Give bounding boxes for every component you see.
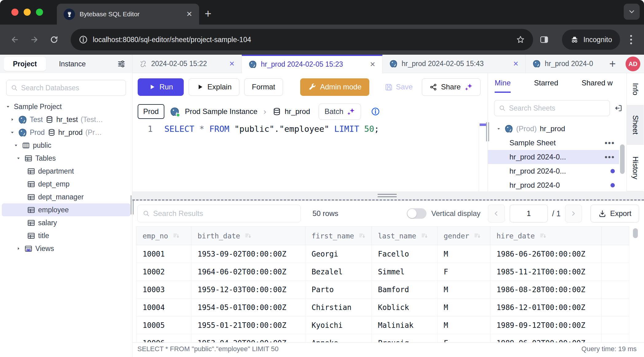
table-row[interactable]: 100061953-04-20T00:00:00ZAnnekePreusigF1… [136,334,629,343]
run-button[interactable]: Run [138,78,184,96]
col-gender[interactable]: gender [438,227,490,245]
next-page-button[interactable] [565,205,582,222]
tree-item-salary[interactable]: salary [0,216,132,229]
new-sheet-tab-button[interactable]: + [603,57,622,70]
tab-history[interactable]: History [627,145,644,191]
sheet-tab-2-active[interactable]: hr_prod 2024-02-05 15:23 ✕ [242,55,383,73]
sheet-tab-1[interactable]: 2024-02-05 15:22 ✕ [132,55,242,73]
sheet-search-input[interactable] [509,104,605,112]
minimize-window-button[interactable] [24,9,31,16]
tree-item-employee[interactable]: employee [2,203,130,216]
col-first-name[interactable]: first_name [305,227,372,245]
share-button[interactable]: Share [422,78,481,96]
database-search[interactable] [6,80,126,96]
sort-icon[interactable] [473,232,481,240]
side-panel-button[interactable] [536,31,553,48]
sort-icon[interactable] [172,232,180,240]
tab-search-button[interactable] [624,4,640,20]
browser-menu-button[interactable] [624,35,638,44]
tab-mine[interactable]: Mine [495,79,511,93]
sheet-item-sample[interactable]: Sample Sheet ••• [488,136,619,150]
table-row[interactable]: 100011953-09-02T00:00:00ZGeorgiFacelloM1… [136,245,629,263]
tab-starred[interactable]: Starred [534,79,558,92]
instance-name[interactable]: Prod Sample Instance [185,107,257,116]
tab-sheet[interactable]: Sheet [627,105,644,145]
tree-item-project[interactable]: Sample Project [0,100,132,113]
address-bar[interactable]: localhost:8080/sql-editor/sheet/project-… [71,29,533,50]
close-tab-icon[interactable]: ✕ [513,60,519,68]
browser-tab[interactable]: Bytebase SQL Editor ✕ [57,4,199,25]
tab-instance[interactable]: Instance [59,60,86,68]
export-button[interactable]: Export [591,205,639,222]
tree-item-title[interactable]: title [0,229,132,242]
user-avatar[interactable]: AD [626,57,640,71]
sheet-item-clipped[interactable]: hr_prod 2024-0... [488,119,619,122]
forward-button[interactable] [26,31,43,48]
table-row[interactable]: 100041954-05-01T00:00:00ZChirstianKoblic… [136,299,629,316]
col-hire-date[interactable]: hire_date [490,227,602,245]
tree-item-department[interactable]: department [0,165,132,178]
database-name[interactable]: hr_prod [285,107,310,116]
admin-mode-button[interactable]: Admin mode [300,78,369,96]
vertical-display-toggle[interactable] [407,208,426,219]
results-search[interactable] [137,205,301,222]
tree-item-tables[interactable]: Tables [0,152,132,165]
sql-editor[interactable]: 1 SELECT * FROM "public"."employee" LIMI… [132,122,488,191]
sort-icon[interactable] [244,232,252,240]
sql-code-line[interactable]: SELECT * FROM "public"."employee" LIMIT … [164,124,379,134]
sheet-item-selected[interactable]: hr_prod 2024-0... ••• [488,150,619,164]
database-search-input[interactable] [21,84,121,92]
tab-info[interactable]: Info [627,73,644,105]
page-input[interactable]: 1 [510,205,548,222]
sheet-item-unsaved[interactable]: hr_prod 2024-0... [488,164,619,178]
table-row[interactable]: 100031959-12-03T00:00:00ZPartoBamfordM19… [136,281,629,299]
sheet-tab-4[interactable]: hr_prod 2024-0 [526,55,603,73]
close-tab-icon[interactable]: ✕ [370,61,375,69]
table-row[interactable]: 100021964-06-02T00:00:00ZBezalelSimmelF1… [136,263,629,281]
explain-button[interactable]: Explain [189,78,239,96]
new-tab-button[interactable]: + [205,7,211,20]
results-splitter[interactable] [132,191,644,201]
sort-icon[interactable] [358,232,366,240]
back-button[interactable] [6,31,23,48]
sheet-tab-3[interactable]: hr_prod 2024-02-05 15:43 ✕ [383,55,526,73]
maximize-window-button[interactable] [36,9,43,16]
col-emp-no[interactable]: emp_no [136,227,191,245]
tree-item-public[interactable]: public [0,139,132,152]
info-icon[interactable] [371,107,380,116]
format-button[interactable]: Format [244,78,283,96]
sheet-more-icon[interactable]: ••• [605,138,615,148]
close-tab-icon[interactable]: ✕ [184,10,192,18]
environment-badge[interactable]: Prod [138,104,164,119]
table-row[interactable]: 100051955-01-21T00:00:00ZKyoichiMaliniak… [136,316,629,334]
save-button[interactable]: Save [385,83,413,91]
results-scrollbar[interactable] [633,228,638,238]
batch-button[interactable]: Batch [319,104,361,120]
tree-item-hr-test[interactable]: Test hr_test (Test… [0,113,132,126]
results-search-input[interactable] [153,209,296,218]
close-tab-icon[interactable]: ✕ [229,60,235,68]
close-window-button[interactable] [11,9,18,16]
tab-project[interactable]: Project [4,57,46,71]
tree-item-hr-prod[interactable]: Prod hr_prod (Pr… [0,126,132,139]
site-info-icon[interactable] [79,35,88,44]
panel-resize-handle[interactable] [486,122,489,141]
sheet-search[interactable] [494,100,610,116]
filter-sliders-icon[interactable] [117,59,126,69]
sort-icon[interactable] [539,232,547,240]
prev-page-button[interactable] [488,205,505,222]
tree-item-views[interactable]: Views [0,242,132,255]
url-text[interactable]: localhost:8080/sql-editor/sheet/project-… [93,36,511,44]
tree-item-dept-emp[interactable]: dept_emp [0,178,132,190]
sheet-list-scrollbar[interactable] [620,144,625,174]
sort-icon[interactable] [421,232,429,240]
col-birth-date[interactable]: birth_date [191,227,305,245]
col-last-name[interactable]: last_name [372,227,438,245]
tree-item-dept-manager[interactable]: dept_manager [0,190,132,203]
import-sheet-icon[interactable] [614,104,623,112]
reload-button[interactable] [45,31,63,48]
tab-shared[interactable]: Shared w [582,79,613,92]
sheet-item-partial[interactable]: hr_prod 2024-0 [488,178,619,191]
bookmark-star-icon[interactable] [516,35,525,44]
sheet-more-icon[interactable]: ••• [605,152,615,162]
